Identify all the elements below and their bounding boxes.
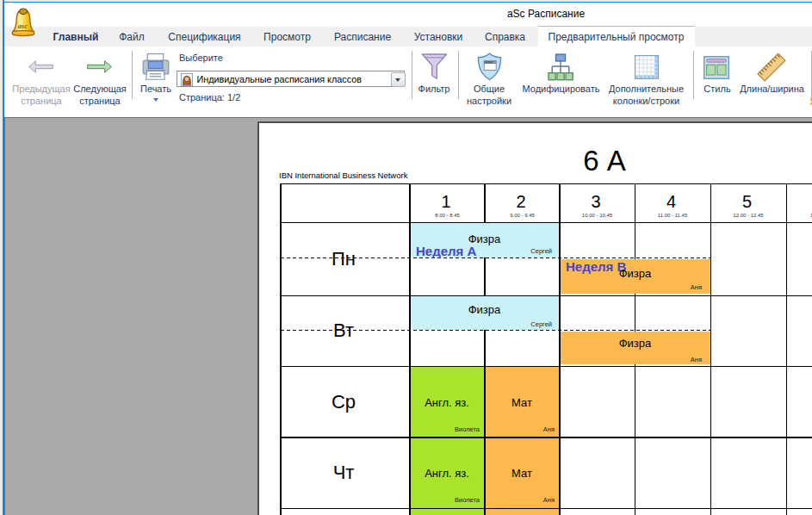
svg-text:asc: asc (18, 22, 28, 30)
